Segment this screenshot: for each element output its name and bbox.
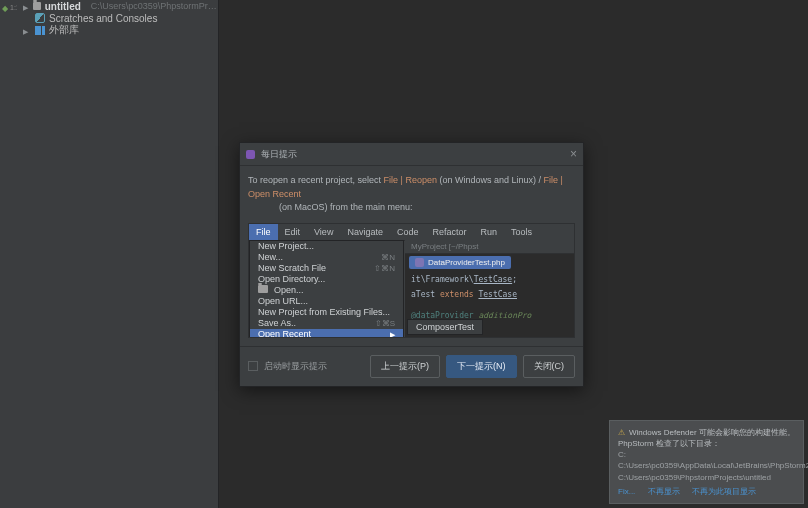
menu-file[interactable]: File <box>249 224 278 240</box>
menu-refactor[interactable]: Refactor <box>425 224 473 240</box>
preview-file-tab: DataProviderTest.php <box>409 256 511 269</box>
menu-view[interactable]: View <box>307 224 340 240</box>
tip-text: To reopen a recent project, select File … <box>248 174 575 215</box>
menu-run[interactable]: Run <box>473 224 504 240</box>
menu-tools[interactable]: Tools <box>504 224 539 240</box>
menu-item[interactable]: New Project... <box>250 241 403 252</box>
menu-item[interactable]: New Scratch File⇧⌘N <box>250 263 403 274</box>
tree-item-external-libs[interactable]: 外部库 <box>17 24 218 36</box>
file-menu-dropdown: New Project...New...⌘NNew Scratch File⇧⌘… <box>249 240 404 338</box>
tree-item-label: Scratches and Consoles <box>49 13 157 24</box>
dialog-footer: 启动时显示提示 上一提示(P) 下一提示(N) 关闭(C) <box>240 346 583 386</box>
folder-icon <box>33 2 41 10</box>
app-icon <box>246 150 255 159</box>
folder-icon <box>258 285 268 293</box>
menu-item[interactable]: New...⌘N <box>250 252 403 263</box>
menu-item[interactable]: Save As..⇧⌘S <box>250 318 403 329</box>
tool-gutter: ◆ 1:1 7: Structure 2: Favorites <box>0 0 17 508</box>
chevron-right-icon <box>23 25 31 36</box>
dialog-titlebar: 每日提示 × <box>240 143 583 166</box>
tip-preview: FileEditViewNavigateCodeRefactorRunTools… <box>248 223 575 338</box>
code-line: aTest extends TestCase <box>405 290 574 299</box>
menu-item[interactable]: Open Directory... <box>250 274 403 285</box>
tree-item-scratches[interactable]: Scratches and Consoles <box>17 12 218 24</box>
show-on-startup-checkbox[interactable]: 启动时显示提示 <box>248 360 327 373</box>
preview-menubar: FileEditViewNavigateCodeRefactorRunTools <box>249 224 574 241</box>
warning-icon: ⚠ <box>618 428 625 437</box>
dialog-title: 每日提示 <box>261 148 297 161</box>
chevron-right-icon <box>390 329 395 338</box>
prev-tip-button[interactable]: 上一提示(P) <box>370 355 440 378</box>
code-line: it\Framework\TestCase; <box>405 275 574 284</box>
notif-action-dont-show-project[interactable]: 不再为此项目显示 <box>692 487 756 496</box>
php-file-icon <box>415 258 424 267</box>
project-tree: untitled C:\Users\pc0359\PhpstormProject… <box>17 0 219 508</box>
menu-edit[interactable]: Edit <box>278 224 308 240</box>
menu-item[interactable]: Open Recent <box>250 329 403 338</box>
notif-action-dont-show[interactable]: 不再显示 <box>648 487 680 496</box>
close-icon[interactable]: × <box>570 147 577 161</box>
tree-item-untitled[interactable]: untitled C:\Users\pc0359\PhpstormProject… <box>17 0 218 12</box>
checkbox-icon <box>248 361 258 371</box>
menu-item[interactable]: Open... <box>250 285 403 296</box>
library-icon <box>35 26 45 35</box>
menu-item[interactable]: New Project from Existing Files... <box>250 307 403 318</box>
menu-code[interactable]: Code <box>390 224 426 240</box>
close-dialog-button[interactable]: 关闭(C) <box>523 355 576 378</box>
menu-item[interactable]: Open URL... <box>250 296 403 307</box>
tip-of-the-day-dialog: 每日提示 × To reopen a recent project, selec… <box>239 142 584 387</box>
menu-navigate[interactable]: Navigate <box>340 224 390 240</box>
tree-item-label: 外部库 <box>49 23 79 37</box>
defender-notification: ⚠Windows Defender 可能会影响您的构建性能。 PhpStorm … <box>609 420 804 504</box>
tree-item-label: untitled <box>45 1 81 12</box>
scope-icon <box>35 13 45 23</box>
chevron-right-icon <box>23 1 29 12</box>
next-tip-button[interactable]: 下一提示(N) <box>446 355 517 378</box>
notif-action-fix[interactable]: Fix... <box>618 487 635 496</box>
tree-item-path: C:\Users\pc0359\PhpstormProjects\untitle <box>91 1 218 11</box>
open-recent-submenu[interactable]: ComposerTest <box>407 319 483 335</box>
preview-breadcrumb: MyProject [~/Phpst <box>405 240 574 254</box>
